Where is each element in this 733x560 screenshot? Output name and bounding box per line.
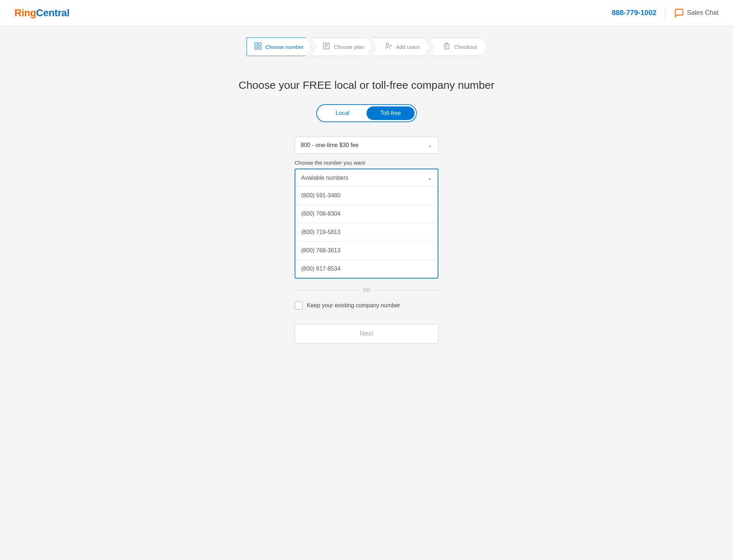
logo-ring: Ring	[14, 7, 36, 19]
number-item-1[interactable]: (800) 708-8304	[295, 205, 438, 223]
choose-number-label: Choose the number you want	[295, 160, 438, 166]
step-add-users[interactable]: Add users	[372, 37, 429, 56]
next-button[interactable]: Next	[295, 324, 438, 344]
keep-number-checkbox[interactable]	[295, 302, 303, 309]
svg-rect-2	[254, 46, 257, 49]
or-line-left	[295, 290, 359, 290]
logo: RingCentral	[14, 7, 69, 19]
add-users-icon	[384, 42, 392, 52]
choose-plan-icon	[322, 42, 330, 52]
step-choose-number[interactable]: Choose number	[246, 37, 312, 56]
step-checkout-label: Checkout	[454, 44, 477, 50]
checkout-icon	[443, 42, 451, 52]
prefix-select-value: 800 - one-time $30 fee	[301, 142, 359, 148]
prefix-chevron-icon: ⌄	[428, 142, 432, 148]
or-label: OR	[363, 287, 370, 293]
svg-rect-3	[258, 46, 261, 49]
step-choose-number-label: Choose number	[266, 44, 304, 50]
number-type-toggle: Local Toll-free	[316, 104, 417, 122]
svg-point-8	[386, 43, 388, 45]
prefix-select[interactable]: 800 - one-time $30 fee ⌄	[295, 137, 438, 154]
svg-rect-1	[258, 42, 261, 45]
sales-chat-button[interactable]: Sales Chat	[674, 8, 719, 18]
header-divider	[665, 7, 665, 19]
form-area: 800 - one-time $30 fee ⌄ Choose the numb…	[295, 137, 438, 344]
header-right: 888-779-1002 Sales Chat	[612, 7, 719, 19]
number-item-4[interactable]: (800) 817-8534	[295, 260, 438, 278]
sales-chat-label: Sales Chat	[687, 9, 719, 17]
number-item-0[interactable]: (800) 591-3480	[295, 187, 438, 205]
numbers-dropdown: Available numbers ⌄ (800) 591-3480 (800)…	[295, 169, 438, 279]
svg-rect-0	[254, 42, 257, 45]
numbers-chevron-icon: ⌄	[427, 174, 432, 181]
toll-free-toggle-button[interactable]: Toll-free	[366, 106, 415, 120]
numbers-placeholder: Available numbers	[301, 175, 348, 181]
main-content: Choose your FREE local or toll-free comp…	[0, 65, 733, 358]
page-title: Choose your FREE local or toll-free comp…	[239, 79, 494, 91]
keep-number-row: Keep your existing company number	[295, 302, 438, 309]
keep-number-label: Keep your existing company number	[307, 302, 400, 309]
local-toggle-button[interactable]: Local	[318, 106, 366, 120]
step-checkout[interactable]: Checkout	[429, 37, 487, 56]
prefix-select-wrapper: 800 - one-time $30 fee ⌄	[295, 137, 438, 154]
or-divider: OR	[295, 287, 438, 293]
header: RingCentral 888-779-1002 Sales Chat	[0, 0, 733, 26]
step-add-users-label: Add users	[396, 44, 420, 50]
or-line-right	[375, 290, 439, 290]
choose-number-icon	[254, 42, 262, 52]
stepper: Choose number Choose plan Add users	[246, 37, 487, 56]
svg-rect-11	[446, 43, 448, 44]
number-item-3[interactable]: (800) 768-3613	[295, 242, 438, 260]
number-item-2[interactable]: (800) 719-5813	[295, 223, 438, 242]
phone-number[interactable]: 888-779-1002	[612, 9, 656, 17]
logo-central: Central	[36, 7, 69, 19]
stepper-container: Choose number Choose plan Add users	[0, 26, 733, 65]
step-choose-plan[interactable]: Choose plan	[311, 37, 372, 56]
step-choose-plan-label: Choose plan	[334, 44, 364, 50]
numbers-dropdown-header[interactable]: Available numbers ⌄	[295, 169, 438, 187]
chat-icon	[674, 8, 684, 18]
